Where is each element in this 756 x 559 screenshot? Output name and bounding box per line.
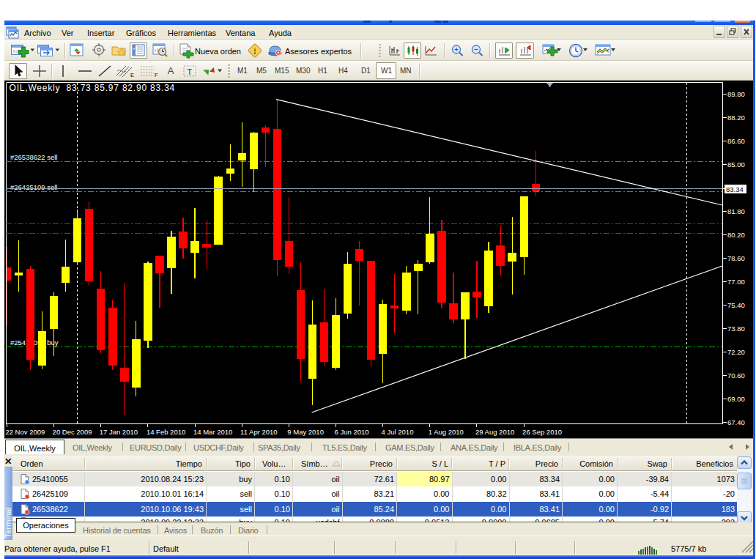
svg-text:73.80: 73.80	[727, 325, 745, 333]
svg-text:20 Dec 2009: 20 Dec 2009	[53, 428, 92, 436]
svg-text:Terminal: Terminal	[4, 507, 12, 538]
svg-text:78.60: 78.60	[727, 254, 745, 262]
svg-text:69.00: 69.00	[727, 395, 745, 403]
svg-text:T: T	[188, 67, 193, 76]
svg-text:29 Aug 2010: 29 Aug 2010	[475, 428, 514, 436]
svg-text:OIL,Weekly 83.73 85.97 82.90: OIL,Weekly 83.73 85.97 82.90 83.34	[10, 83, 176, 93]
svg-text:81.80: 81.80	[727, 207, 745, 215]
svg-text:80.20: 80.20	[727, 231, 745, 239]
svg-text:14 Feb 2010: 14 Feb 2010	[147, 428, 185, 436]
svg-text:#26425109 sell: #26425109 sell	[10, 183, 57, 191]
svg-text:75.40: 75.40	[727, 301, 745, 309]
svg-text:9 May 2010: 9 May 2010	[287, 428, 324, 436]
svg-text:4 Jul 2010: 4 Jul 2010	[382, 428, 414, 436]
svg-text:E: E	[130, 72, 134, 78]
svg-text:17 Jan 2010: 17 Jan 2010	[100, 428, 138, 436]
svg-text:72.20: 72.20	[727, 348, 745, 356]
svg-text:14 Mar 2010: 14 Mar 2010	[193, 428, 232, 436]
svg-text:86.60: 86.60	[727, 137, 745, 145]
svg-text:85.00: 85.00	[727, 160, 745, 169]
svg-text:88.20: 88.20	[727, 114, 745, 122]
svg-text:26 Sep 2010: 26 Sep 2010	[522, 428, 562, 436]
svg-text:83.34: 83.34	[726, 185, 744, 193]
svg-text:#26538622 sell: #26538622 sell	[10, 153, 57, 161]
svg-text:67.40: 67.40	[727, 418, 745, 426]
svg-text:89.80: 89.80	[727, 90, 745, 98]
svg-text:77.00: 77.00	[727, 278, 745, 286]
svg-text:F: F	[155, 72, 158, 78]
svg-text:70.60: 70.60	[727, 371, 745, 380]
svg-text:6 Jun 2010: 6 Jun 2010	[335, 428, 369, 436]
svg-text:11 Apr 2010: 11 Apr 2010	[240, 428, 278, 436]
svg-text:1 Aug 2010: 1 Aug 2010	[429, 428, 464, 436]
svg-text:22 Nov 2009: 22 Nov 2009	[5, 428, 45, 436]
